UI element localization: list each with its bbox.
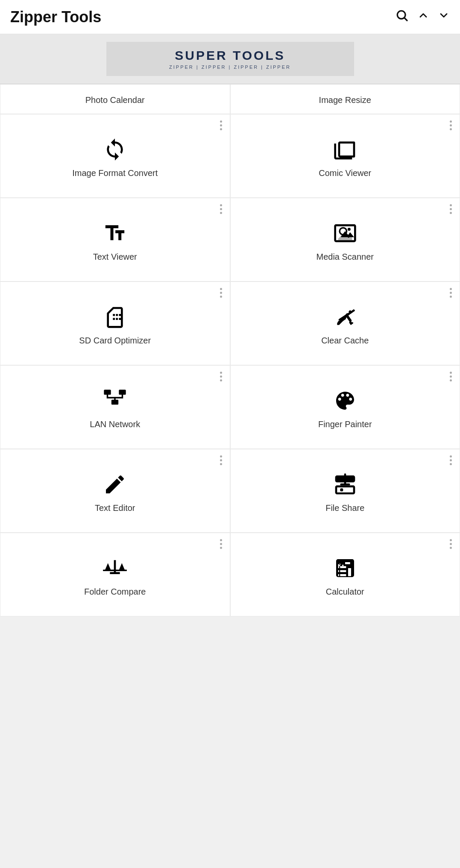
grid-item-text-viewer[interactable]: Text Viewer (0, 198, 230, 282)
label-image-format-convert: Image Format Convert (72, 168, 158, 178)
menu-icon-image-format-convert[interactable] (220, 120, 222, 130)
fileshare-icon (333, 472, 357, 496)
svg-rect-10 (103, 569, 127, 571)
menu-icon-comic-viewer[interactable] (450, 120, 452, 130)
menu-icon-text-editor[interactable] (220, 455, 222, 465)
menu-icon-file-share[interactable] (450, 455, 452, 465)
partial-label-image-resize: Image Resize (319, 95, 371, 105)
svg-point-2 (348, 228, 351, 231)
grid-item-sd-card-optimizer[interactable]: SD Card Optimizer (0, 282, 230, 365)
grid-item-clear-cache[interactable]: Clear Cache (230, 282, 460, 365)
label-calculator: Calculator (326, 587, 364, 597)
grid-item-image-format-convert[interactable]: Image Format Convert (0, 114, 230, 198)
menu-icon-finger-painter[interactable] (450, 372, 452, 381)
grid-item-calculator[interactable]: Calculator (230, 533, 460, 616)
banner-content: SUPER TOOLS ZIPPER | ZIPPER | ZIPPER | Z… (106, 42, 354, 76)
label-sd-card-optimizer: SD Card Optimizer (79, 336, 151, 346)
svg-line-1 (404, 18, 407, 21)
label-comic-viewer: Comic Viewer (319, 168, 371, 178)
top-bar-actions (395, 9, 450, 25)
menu-icon-text-viewer[interactable] (220, 204, 222, 214)
search-icon[interactable] (395, 9, 409, 25)
label-file-share: File Share (325, 503, 364, 513)
grid-item-text-editor[interactable]: Text Editor (0, 449, 230, 533)
menu-icon-folder-compare[interactable] (220, 539, 222, 549)
partial-row: Photo Calendar Image Resize (0, 84, 460, 114)
convert-icon (103, 138, 127, 161)
grid-item-folder-compare[interactable]: Folder Compare (0, 533, 230, 616)
label-media-scanner: Media Scanner (316, 252, 374, 262)
menu-icon-lan-network[interactable] (220, 372, 222, 381)
menu-icon-clear-cache[interactable] (450, 288, 452, 298)
label-text-viewer: Text Viewer (93, 252, 137, 262)
broom-icon (333, 305, 357, 329)
banner-title: SUPER TOOLS (175, 48, 285, 63)
svg-rect-9 (340, 488, 343, 491)
grid-item-finger-painter[interactable]: Finger Painter (230, 365, 460, 449)
scale-icon (103, 556, 127, 580)
grid-item-file-share[interactable]: File Share (230, 449, 460, 533)
banner: SUPER TOOLS ZIPPER | ZIPPER | ZIPPER | Z… (0, 34, 460, 84)
partial-cell-image-resize[interactable]: Image Resize (230, 84, 460, 114)
partial-cell-photo-calendar[interactable]: Photo Calendar (0, 84, 230, 114)
grid-item-comic-viewer[interactable]: Comic Viewer (230, 114, 460, 198)
menu-icon-calculator[interactable] (450, 539, 452, 549)
chevron-up-icon[interactable] (417, 9, 429, 24)
grid-item-media-scanner[interactable]: Media Scanner (230, 198, 460, 282)
media-scanner-icon (333, 221, 357, 245)
lan-icon (103, 389, 127, 413)
label-clear-cache: Clear Cache (321, 336, 369, 346)
menu-icon-media-scanner[interactable] (450, 204, 452, 214)
top-bar: Zipper Tools (0, 0, 460, 34)
chevron-down-icon[interactable] (438, 9, 450, 24)
label-lan-network: LAN Network (90, 419, 140, 429)
book-icon (333, 138, 357, 161)
sdcard-icon (103, 305, 127, 329)
partial-label-photo-calendar: Photo Calendar (85, 95, 145, 105)
label-finger-painter: Finger Painter (318, 419, 372, 429)
grid-item-lan-network[interactable]: LAN Network (0, 365, 230, 449)
text-icon (103, 221, 127, 245)
label-text-editor: Text Editor (95, 503, 135, 513)
pencil-icon (103, 472, 127, 496)
calculator-icon (333, 556, 357, 580)
app-title: Zipper Tools (10, 8, 101, 26)
svg-rect-7 (111, 399, 118, 405)
palette-icon (333, 389, 357, 413)
menu-icon-sd-card-optimizer[interactable] (220, 288, 222, 298)
tools-grid: Image Format Convert Comic Viewer Text V… (0, 114, 460, 616)
label-folder-compare: Folder Compare (84, 587, 146, 597)
banner-subtitle: ZIPPER | ZIPPER | ZIPPER | ZIPPER (169, 65, 291, 70)
